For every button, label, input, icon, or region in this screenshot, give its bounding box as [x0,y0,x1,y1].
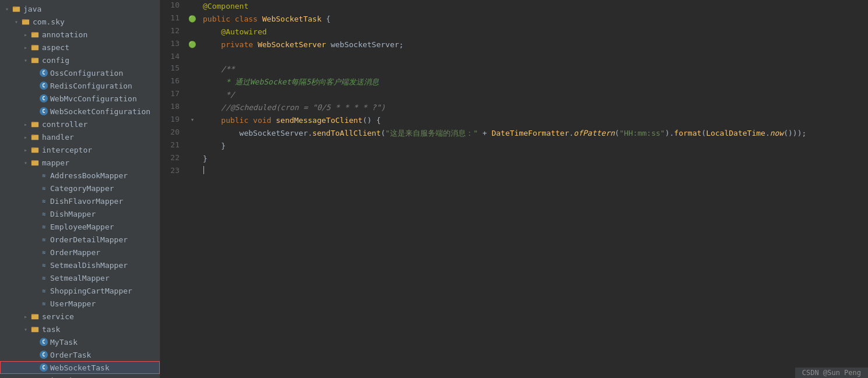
folder-icon [30,324,40,334]
line-number: 23 [160,165,187,178]
sidebar-item-ordertask[interactable]: C OrderTask [0,348,160,361]
sidebar-item-websocket[interactable]: websocket [0,374,160,378]
arrow-icon [21,44,30,51]
sidebar-label-webmvcconfiguration: WebMvcConfiguration [50,94,137,103]
code-line-19: 19 ▾ public void sendMessageToClient() { [160,114,868,127]
sidebar-item-shoppingcartmapper[interactable]: ≋ ShoppingCartMapper [0,284,160,297]
gutter [187,127,198,140]
svg-rect-9 [31,58,34,59]
arrow-icon [21,134,30,140]
sidebar-item-interceptor[interactable]: interceptor [0,143,160,156]
line-number: 18 [160,101,187,114]
sidebar-item-java[interactable]: java [0,2,160,15]
gutter [187,0,198,13]
svg-rect-1 [13,7,16,8]
code-content: public void sendMessageToClient() { [198,114,868,127]
sidebar-label: OrderDetailMapper [50,235,128,244]
sidebar-item-redisconfiguration[interactable]: C RedisConfiguration [0,79,160,92]
class-icon: C [40,82,48,90]
gutter [187,26,198,38]
mapper-icon: ≋ [40,248,48,256]
mapper-icon: ≋ [40,299,48,308]
sidebar-item-categorymapper[interactable]: ≋ CategoryMapper [0,182,160,195]
sidebar-item-annotation[interactable]: annotation [0,28,160,41]
folder-icon [21,17,30,26]
sidebar-item-websocketconfiguration[interactable]: C WebSocketConfiguration [0,105,160,118]
folder-icon [30,43,40,52]
line-number: 11 [160,13,187,26]
svg-rect-7 [31,45,34,47]
sidebar-label: DishFlavorMapper [50,197,123,206]
sidebar-item-aspect[interactable]: aspect [0,41,160,54]
code-line-11: 11 🟢 public class WebSocketTask { [160,13,868,26]
sidebar-item-ossconfiguration[interactable]: C OssConfiguration [0,66,160,79]
sidebar-label-redisconfiguration: RedisConfiguration [50,82,132,90]
sidebar-label-comsky: com.sky [33,17,65,26]
mapper-icon: ≋ [40,210,48,218]
arrow-icon [21,147,30,153]
sidebar-item-service[interactable]: service [0,310,160,323]
sidebar-label-config: config [42,56,69,65]
fold-icon[interactable]: ▾ [191,116,195,123]
sidebar-item-handler[interactable]: handler [0,130,160,143]
code-content: * 通过WebSocket每隔5秒向客户端发送消息 [198,76,868,89]
code-line-15: 15 /** [160,63,868,76]
gutter: 🟢 [187,13,198,26]
code-line-16: 16 * 通过WebSocket每隔5秒向客户端发送消息 [160,76,868,89]
gutter: ▾ [187,114,198,127]
svg-rect-3 [22,20,25,21]
sidebar-item-task[interactable]: task [0,323,160,335]
sidebar-label-interceptor: interceptor [42,146,92,154]
folder-icon [30,132,40,142]
code-content: private WebSocketServer webSocketServer; [198,38,868,51]
sidebar-item-setmealdishmapper[interactable]: ≋ SetmealDishMapper [0,259,160,271]
sidebar-item-websockettask[interactable]: C WebSocketTask [0,361,160,374]
status-text: CSDN @Sun Peng [802,369,861,377]
folder-icon [30,55,40,65]
sidebar-item-dishmapper[interactable]: ≋ DishMapper [0,207,160,220]
sidebar-item-ordermapper[interactable]: ≋ OrderMapper [0,246,160,259]
code-line-20: 20 webSocketServer.sendToAllClient("这是来自… [160,127,868,140]
line-number: 12 [160,26,187,38]
sidebar-item-employeemapper[interactable]: ≋ EmployeeMapper [0,220,160,233]
gutter [187,140,198,153]
class-icon: C [40,338,48,346]
file-tree[interactable]: java com.sky annotation [0,0,160,378]
svg-rect-17 [31,161,34,162]
gutter: 🟢 [187,38,198,51]
sidebar-label-java: java [23,5,41,13]
sidebar-label: AddressBookMapper [50,171,128,180]
sidebar-item-config[interactable]: config [0,54,160,66]
sidebar-item-webmvcconfiguration[interactable]: C WebMvcConfiguration [0,92,160,105]
sidebar-item-orderdetailmapper[interactable]: ≋ OrderDetailMapper [0,233,160,246]
arrow-icon [21,313,30,320]
sidebar-item-dishflavormapper[interactable]: ≋ DishFlavorMapper [0,195,160,207]
sidebar-label-mapper: mapper [42,158,69,167]
code-line-21: 21 } [160,140,868,153]
code-content [198,165,868,178]
sidebar-item-mapper[interactable]: mapper [0,156,160,169]
class-icon: C [40,363,48,372]
svg-rect-21 [31,327,34,328]
sidebar-label-ossconfiguration: OssConfiguration [50,69,123,77]
code-editor[interactable]: 10 @Component 11 🟢 public class WebSocke… [160,0,868,378]
sidebar-item-comsky[interactable]: com.sky [0,15,160,28]
folder-icon [30,312,40,321]
line-number: 16 [160,76,187,89]
sidebar-item-mytask[interactable]: C MyTask [0,335,160,348]
code-content: } [198,153,868,165]
sidebar-item-controller[interactable]: controller [0,118,160,130]
folder-icon [30,158,40,167]
code-line-18: 18 //@Scheduled(cron = "0/5 * * * * ?") [160,101,868,114]
sidebar-item-usermapper[interactable]: ≋ UserMapper [0,297,160,310]
line-number: 20 [160,127,187,140]
sidebar-item-setmealmapper[interactable]: ≋ SetmealMapper [0,271,160,284]
sidebar-label: SetmealDishMapper [50,261,128,270]
arrow-icon [21,31,30,38]
sidebar-label: DishMapper [50,210,96,218]
arrow-icon [21,57,30,63]
code-line-14: 14 [160,51,868,63]
sidebar-item-addressbookmapper[interactable]: ≋ AddressBookMapper [0,169,160,182]
mapper-icon: ≋ [40,274,48,282]
svg-rect-19 [31,315,34,316]
